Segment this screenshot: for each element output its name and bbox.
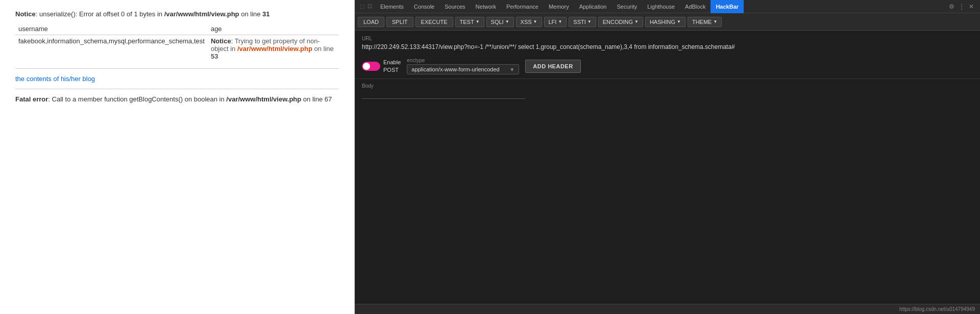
table-row: fakebook,information_schema,mysql,perfor… xyxy=(15,35,339,63)
fatal-path: /var/www/html/view.php xyxy=(226,95,301,103)
divider-2 xyxy=(15,89,339,89)
tab-performance[interactable]: Performance xyxy=(501,0,544,13)
notice-1-line: 31 xyxy=(262,10,270,18)
tab-console[interactable]: Console xyxy=(409,0,439,13)
status-bar: https://blog.csdn.net/u014794949 xyxy=(355,304,980,314)
blog-link[interactable]: the contents of his/her blog xyxy=(15,75,95,83)
toggle-knob xyxy=(363,63,370,70)
ssti-dropdown[interactable]: SSTI▼ xyxy=(569,17,596,27)
toggle-switch[interactable] xyxy=(362,62,380,71)
fatal-error: Fatal error: Call to a member function g… xyxy=(15,95,339,103)
more-icon[interactable]: ⋮ xyxy=(959,3,965,10)
enctype-select[interactable]: application/x-www-form-urlencoded ▼ xyxy=(407,64,519,74)
body-input[interactable] xyxy=(362,91,525,99)
test-dropdown[interactable]: TEST▼ xyxy=(455,17,484,27)
xss-dropdown[interactable]: XSS▼ xyxy=(516,17,542,27)
post-row: EnablePOST enctype application/x-www-for… xyxy=(355,54,980,78)
add-header-button[interactable]: ADD HEADER xyxy=(525,60,580,73)
notice-2-line: 53 xyxy=(211,53,218,60)
lfi-dropdown[interactable]: LFI▼ xyxy=(544,17,567,27)
notice-1: Notice: unserialize(): Error at offset 0… xyxy=(15,10,339,18)
notice-2-label: Notice xyxy=(211,37,231,45)
body-section: Body xyxy=(355,78,980,103)
fatal-label: Fatal error xyxy=(15,95,48,103)
tab-memory[interactable]: Memory xyxy=(544,0,574,13)
load-button[interactable]: LOAD xyxy=(358,17,384,27)
tab-adblock[interactable]: AdBlock xyxy=(680,0,710,13)
fatal-text: : Call to a member function getBlogConte… xyxy=(48,95,226,103)
tab-sources[interactable]: Sources xyxy=(439,0,470,13)
enable-post-label: EnablePOST xyxy=(383,59,401,73)
tab-elements[interactable]: Elements xyxy=(375,0,409,13)
url-label: URL xyxy=(362,36,973,41)
sqli-arrow: ▼ xyxy=(505,19,509,24)
db-list: fakebook,information_schema,mysql,perfor… xyxy=(18,37,205,45)
tab-hackbar[interactable]: HackBar xyxy=(710,0,744,13)
notice-1-path: /var/www/html/view.php xyxy=(164,10,239,18)
url-section: URL http://220.249.52.133:44317/view.php… xyxy=(355,31,980,54)
tab-network[interactable]: Network xyxy=(471,0,501,13)
enctype-label: enctype xyxy=(407,58,519,63)
notice-1-on: on line xyxy=(239,10,263,18)
theme-arrow: ▼ xyxy=(713,19,717,24)
sqli-dropdown[interactable]: SQLI▼ xyxy=(486,17,514,27)
data-table: username age fakebook,information_schema… xyxy=(15,23,339,62)
tab-lighthouse[interactable]: Lighthouse xyxy=(642,0,680,13)
devtools-tabs: Elements Console Sources Network Perform… xyxy=(375,0,945,13)
url-value[interactable]: http://220.249.52.133:44317/view.php?no=… xyxy=(362,43,973,50)
encoding-dropdown[interactable]: ENCODING▼ xyxy=(598,17,643,27)
settings-icon[interactable]: ⚙ xyxy=(949,3,954,10)
fatal-line: 67 xyxy=(325,95,332,103)
test-arrow: ▼ xyxy=(476,19,480,24)
inspect-icon[interactable]: ⬚ xyxy=(360,4,364,9)
hashing-arrow: ▼ xyxy=(677,19,681,24)
enctype-group: enctype application/x-www-form-urlencode… xyxy=(407,58,519,74)
notice-2-on: on line xyxy=(312,45,334,53)
tab-security[interactable]: Security xyxy=(611,0,642,13)
col-age: age xyxy=(208,23,339,35)
device-icon[interactable]: ☐ xyxy=(368,4,372,9)
status-url: https://blog.csdn.net/u014794949 xyxy=(899,306,975,312)
hashing-dropdown[interactable]: HASHING▼ xyxy=(645,17,685,27)
notice-2-path: /var/www/html/view.php xyxy=(237,45,312,53)
fatal-on: on line xyxy=(301,95,325,103)
split-button[interactable]: SPLIT xyxy=(386,17,413,27)
enctype-arrow: ▼ xyxy=(509,67,514,72)
hackbar-toolbar: LOAD SPLIT EXECUTE TEST▼ SQLI▼ XSS▼ LFI▼… xyxy=(355,13,980,31)
enctype-value: application/x-www-form-urlencoded xyxy=(411,66,506,72)
devtools-topbar: ⬚ ☐ Elements Console Sources Network Per… xyxy=(355,0,980,13)
encoding-arrow: ▼ xyxy=(634,19,639,24)
left-panel: Notice: unserialize(): Error at offset 0… xyxy=(0,0,355,314)
notice-1-text: : unserialize(): Error at offset 0 of 1 … xyxy=(36,10,164,18)
col-username: username xyxy=(15,23,208,35)
notice-2: Notice: Trying to get property of non-ob… xyxy=(211,37,336,60)
lfi-arrow: ▼ xyxy=(558,19,562,24)
close-icon[interactable]: ✕ xyxy=(969,3,974,10)
enable-post-toggle[interactable]: EnablePOST xyxy=(362,59,401,73)
execute-button[interactable]: EXECUTE xyxy=(415,17,453,27)
notice-1-label: Notice xyxy=(15,10,36,18)
right-panel: ⬚ ☐ Elements Console Sources Network Per… xyxy=(355,0,980,314)
body-label: Body xyxy=(362,83,973,89)
ssti-arrow: ▼ xyxy=(587,19,592,24)
xss-arrow: ▼ xyxy=(533,19,537,24)
divider-1 xyxy=(15,68,339,69)
devtools-right-icons: ⚙ ⋮ ✕ xyxy=(945,3,978,10)
devtools-window-icons: ⬚ ☐ xyxy=(357,4,375,9)
tab-application[interactable]: Application xyxy=(574,0,612,13)
theme-dropdown[interactable]: THEME▼ xyxy=(688,17,722,27)
